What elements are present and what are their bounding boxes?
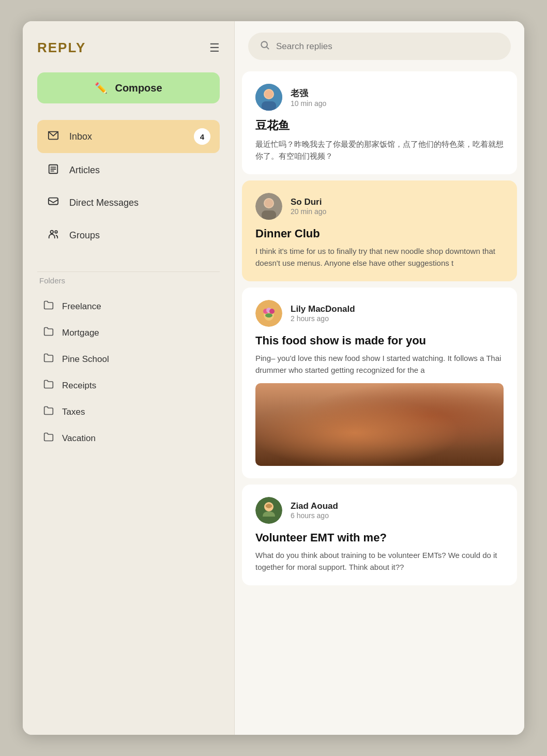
message-card-msg3[interactable]: Lily MacDonald 2 hours ago This food sho… <box>242 288 517 478</box>
folder-icon <box>43 326 54 339</box>
folder-icon <box>43 405 54 418</box>
folder-icon <box>43 379 54 392</box>
direct-messages-icon <box>47 196 60 210</box>
folder-item-mortgage[interactable]: Mortgage <box>37 320 220 346</box>
svg-point-23 <box>265 313 272 317</box>
sender-info: 老强 10 min ago <box>291 87 326 108</box>
folders-label: Folders <box>37 276 220 285</box>
message-time-msg3: 2 hours ago <box>291 314 355 323</box>
message-time-msg4: 6 hours ago <box>291 511 338 520</box>
articles-label: Articles <box>69 165 210 176</box>
folder-icon <box>43 432 54 445</box>
compose-label: Compose <box>115 82 162 94</box>
svg-point-7 <box>55 231 57 233</box>
sender-info: Lily MacDonald 2 hours ago <box>291 304 355 323</box>
message-subject-msg1: 豆花鱼 <box>255 118 504 133</box>
sender-name-msg2: So Duri <box>291 197 326 207</box>
sender-name-msg4: Ziad Aouad <box>291 501 338 511</box>
sidebar-item-articles[interactable]: Articles <box>37 155 220 186</box>
sidebar-header: REPLY ☰ <box>37 40 220 56</box>
nav-list: Inbox 4 Articles <box>37 120 220 253</box>
sender-name-msg1: 老强 <box>291 87 326 99</box>
folder-vacation-label: Vacation <box>62 433 96 444</box>
svg-point-6 <box>51 231 54 234</box>
avatar-ziad <box>255 497 282 524</box>
folder-freelance-label: Freelance <box>62 301 101 312</box>
message-time-msg2: 20 min ago <box>291 207 326 216</box>
search-bar <box>235 21 524 71</box>
avatar-lily <box>255 300 282 327</box>
folder-pine-school-label: Pine School <box>62 354 109 365</box>
svg-line-9 <box>267 47 269 49</box>
articles-icon <box>47 163 60 177</box>
folders-section: Folders Freelance Mo <box>37 276 220 720</box>
sidebar-divider <box>37 271 220 272</box>
menu-icon[interactable]: ☰ <box>209 41 220 55</box>
message-card-msg1[interactable]: 老强 10 min ago 豆花鱼 最近忙吗？昨晚我去了你最爱的那家饭馆，点了他… <box>242 71 517 174</box>
svg-point-22 <box>269 309 275 314</box>
groups-icon <box>47 229 60 243</box>
message-card-msg4[interactable]: Ziad Aouad 6 hours ago Volunteer EMT wit… <box>242 485 517 585</box>
message-subject-msg3: This food show is made for you <box>255 334 504 347</box>
message-preview-msg1: 最近忙吗？昨晚我去了你最爱的那家饭馆，点了他们的特色菜，吃着就想你了。有空咱们视… <box>255 139 504 162</box>
svg-rect-12 <box>262 101 276 111</box>
app-title: REPLY <box>37 40 86 56</box>
inbox-label: Inbox <box>69 131 185 142</box>
sender-info: Ziad Aouad 6 hours ago <box>291 501 338 520</box>
message-preview-msg3: Ping– you'd love this new food show I st… <box>255 353 504 376</box>
folder-icon <box>43 353 54 366</box>
folder-list: Freelance Mortgage <box>37 293 220 451</box>
folder-item-freelance[interactable]: Freelance <box>37 293 220 320</box>
folder-item-taxes[interactable]: Taxes <box>37 399 220 425</box>
inbox-icon <box>47 130 60 144</box>
sidebar-item-inbox[interactable]: Inbox 4 <box>37 120 220 153</box>
sidebar-item-direct-messages[interactable]: Direct Messages <box>37 188 220 218</box>
sender-info: So Duri 20 min ago <box>291 197 326 216</box>
sidebar: REPLY ☰ ✏️ Compose Inbox 4 <box>23 21 235 735</box>
svg-point-13 <box>265 90 273 98</box>
message-card-msg2[interactable]: So Duri 20 min ago Dinner Club I think i… <box>242 180 517 281</box>
folder-item-receipts[interactable]: Receipts <box>37 372 220 399</box>
sender-name-msg3: Lily MacDonald <box>291 304 355 314</box>
svg-rect-16 <box>262 210 276 220</box>
search-input-wrapper[interactable] <box>248 33 511 60</box>
message-subject-msg2: Dinner Club <box>255 227 504 240</box>
direct-messages-label: Direct Messages <box>69 198 210 208</box>
groups-label: Groups <box>69 230 210 241</box>
svg-rect-5 <box>49 198 58 205</box>
message-header: So Duri 20 min ago <box>255 193 504 220</box>
inbox-badge: 4 <box>194 128 210 145</box>
avatar-soduri <box>255 193 282 220</box>
folder-receipts-label: Receipts <box>62 381 96 391</box>
main-content: 老强 10 min ago 豆花鱼 最近忙吗？昨晚我去了你最爱的那家饭馆，点了他… <box>235 21 524 735</box>
messages-list: 老强 10 min ago 豆花鱼 最近忙吗？昨晚我去了你最爱的那家饭馆，点了他… <box>235 71 524 735</box>
message-header: Lily MacDonald 2 hours ago <box>255 300 504 327</box>
search-input[interactable] <box>276 41 499 52</box>
message-preview-msg2: I think it's time for us to finally try … <box>255 246 504 269</box>
compose-pencil-icon: ✏️ <box>95 82 108 94</box>
message-image-msg3 <box>255 383 504 466</box>
search-icon <box>260 40 270 53</box>
folder-mortgage-label: Mortgage <box>62 328 99 338</box>
sidebar-item-groups[interactable]: Groups <box>37 220 220 251</box>
folder-icon <box>43 300 54 313</box>
compose-button[interactable]: ✏️ Compose <box>37 72 220 103</box>
folder-item-pine-school[interactable]: Pine School <box>37 346 220 372</box>
message-header: Ziad Aouad 6 hours ago <box>255 497 504 524</box>
message-time-msg1: 10 min ago <box>291 99 326 108</box>
message-subject-msg4: Volunteer EMT with me? <box>255 531 504 545</box>
folder-item-vacation[interactable]: Vacation <box>37 425 220 451</box>
folder-taxes-label: Taxes <box>62 407 85 417</box>
avatar-laoqiang <box>255 84 282 111</box>
message-header: 老强 10 min ago <box>255 84 504 111</box>
svg-point-17 <box>265 199 273 207</box>
message-preview-msg4: What do you think about training to be v… <box>255 550 504 573</box>
